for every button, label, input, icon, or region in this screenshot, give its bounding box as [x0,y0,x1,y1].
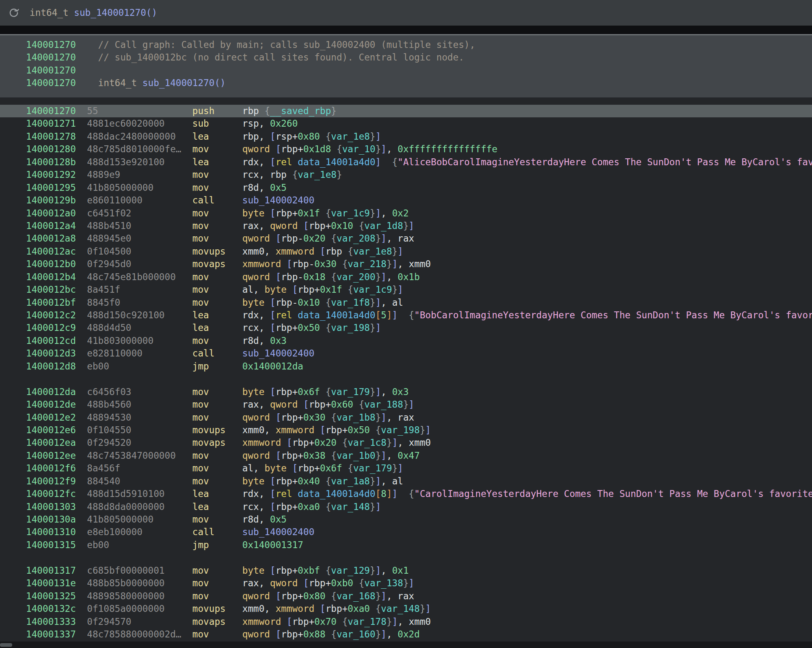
asm-row[interactable]: 1400012fc 488d15d5910100 lea rdx, [rel d… [0,488,812,500]
asm-row[interactable]: 1400012d3 e828110000 call sub_140002400 [0,347,812,360]
asm-row[interactable]: 1400012ac 0f104500 movups xmm0, xmmword … [0,245,812,258]
asm-row[interactable]: 1400012de 488b4560 mov rax, qword [rbp+0… [0,398,812,411]
horizontal-scrollbar[interactable] [0,643,12,647]
asm-row[interactable]: 140001271 4881ec60020000 sub rsp, 0x260 [0,117,812,130]
operand-token-br: ] [397,463,403,473]
operand-token-reg: rbp [292,437,309,448]
operand-token-txt: , [397,616,408,627]
operand-token-br: [ [270,501,276,512]
operand-token-var[interactable]: var_200 [337,272,376,282]
asm-row[interactable]: 140001270 55 push rbp {__saved_rbp} [0,105,812,117]
operand-token-var[interactable]: var_179 [331,387,370,397]
instruction-bytes: 41b805000000 [87,182,192,193]
operand-token-var[interactable]: var_138 [364,578,403,588]
operand-token-var[interactable]: var_1e8 [298,169,337,180]
operand-token-data[interactable]: data_14001a4d0 [298,157,375,167]
operand-token-var[interactable]: var_168 [337,591,376,601]
operand-token-var[interactable]: var_218 [348,259,387,269]
operand-token-var[interactable]: var_148 [381,603,420,614]
asm-row[interactable]: 1400012b0 0f2945d0 movaps xmmword [rbp-0… [0,258,812,270]
operand-token-reg: xmm0 [409,259,431,269]
asm-row[interactable]: 140001280 48c785d8010000fe… mov qword [r… [0,143,812,156]
asm-row[interactable]: 1400012a8 488945e0 mov qword [rbp-0x20 {… [0,232,812,245]
asm-row[interactable]: 1400012da c6456f03 mov byte [rbp+0x6f {v… [0,386,812,398]
operand-token-var[interactable]: var_1e8 [331,131,370,142]
asm-row[interactable]: 14000129b e860110000 call sub_140002400 [0,194,812,207]
instruction-operands: rcx, [rbp+0x50 {var_198}] [242,322,381,333]
asm-row[interactable]: 14000130a 41b805000000 mov r8d, 0x5 [0,513,812,526]
operand-token-var[interactable]: var_1e8 [353,246,392,257]
operand-token-txt [320,297,326,308]
asm-row[interactable]: 140001315 eb00 jmp 0x140001317 [0,539,812,551]
operand-token-func[interactable]: sub_140002400 [242,527,315,537]
operand-token-brace: } [387,437,392,448]
refresh-icon[interactable] [8,7,19,18]
operand-token-txt [298,578,303,588]
operand-token-var[interactable]: var_1b0 [337,450,376,461]
operand-token-txt [353,399,359,410]
asm-row[interactable]: 1400012bc 8a451f mov al, byte [rbp+0x1f … [0,283,812,296]
instruction-address: 1400012bc [26,284,87,295]
operand-token-brace: } [392,246,398,257]
operand-token-var[interactable]: var_198 [331,322,370,333]
operand-token-var[interactable]: var_160 [337,629,376,639]
function-name[interactable]: sub_140001270() [74,7,157,18]
asm-row[interactable]: 140001278 488dac2480000000 lea rbp, [rsp… [0,130,812,143]
asm-row[interactable]: 1400012ee 48c7453847000000 mov qword [rb… [0,449,812,462]
operand-token-var[interactable]: var_208 [337,233,376,244]
operand-token-data[interactable]: data_14001a4d0 [298,488,375,499]
operand-token-var[interactable]: var_1b8 [337,412,376,423]
asm-row[interactable]: 1400012cd 41b803000000 mov r8d, 0x3 [0,335,812,347]
asm-row[interactable]: 1400012e2 48894530 mov qword [rbp+0x30 {… [0,411,812,424]
asm-row[interactable]: 14000131e 488b85b0000000 mov rax, qword … [0,577,812,590]
operand-token-data[interactable]: data_14001a4d0 [298,310,375,320]
asm-row[interactable]: 1400012e6 0f104550 movups xmm0, xmmword … [0,424,812,436]
operand-token-func[interactable]: sub_140002400 [242,195,315,205]
asm-row[interactable]: 1400012b4 48c745e81b000000 mov qword [rb… [0,271,812,283]
operand-token-var[interactable]: var_1c8 [348,437,387,448]
asm-row[interactable]: 140001310 e8eb100000 call sub_140002400 [0,526,812,538]
asm-row[interactable]: 14000128b 488d153e920100 lea rdx, [rel d… [0,156,812,168]
asm-row[interactable]: 140001333 0f294570 movaps xmmword [rbp+0… [0,616,812,628]
asm-row[interactable]: 1400012a0 c6451f02 mov byte [rbp+0x1f {v… [0,207,812,220]
asm-row[interactable]: 140001325 48898580000000 mov qword [rbp+… [0,590,812,603]
operand-token-var[interactable]: var_148 [331,501,370,512]
operand-token-var[interactable]: var_1c9 [331,208,370,218]
operand-token-var[interactable]: var_179 [353,463,392,473]
asm-row[interactable]: 1400012f6 8a456f mov al, byte [rbp+0x6f … [0,462,812,475]
operand-token-reg: rcx [242,322,259,333]
asm-row[interactable]: 1400012c9 488d4d50 lea rcx, [rbp+0x50 {v… [0,322,812,334]
operand-token-txt: , [397,259,408,269]
asm-row[interactable]: 140001317 c685bf00000001 mov byte [rbp+0… [0,564,812,577]
operand-token-var[interactable]: var_178 [348,616,387,627]
operand-token-var[interactable]: var_198 [381,425,420,435]
asm-row[interactable]: 140001295 41b805000000 mov r8d, 0x5 [0,181,812,194]
asm-row[interactable]: 140001337 48c785880000002d… mov qword [r… [0,628,812,641]
operand-token-brace: } [376,450,381,461]
operand-token-txt [326,591,331,601]
operand-token-var[interactable]: var_1f8 [331,297,370,308]
asm-row[interactable]: 1400012c2 488d150c920100 lea rdx, [rel d… [0,309,812,322]
asm-row[interactable]: 1400012f9 884540 mov byte [rbp+0x40 {var… [0,475,812,488]
instruction-operands: qword [rbp+0x30 {var_1b8}], rax [242,412,415,423]
asm-row[interactable]: 1400012ea 0f294520 movaps xmmword [rbp+0… [0,436,812,449]
operand-token-func[interactable]: sub_140002400 [242,348,315,359]
asm-row[interactable]: 1400012bf 8845f0 mov byte [rbp-0x10 {var… [0,296,812,309]
asm-row[interactable]: 1400012d8 eb00 jmp 0x1400012da [0,360,812,373]
function-name[interactable]: sub_140001270() [143,78,226,88]
asm-row[interactable]: 1400012a4 488b4510 mov rax, qword [rbp+0… [0,220,812,232]
operand-token-var[interactable]: var_129 [331,565,370,576]
operand-token-var[interactable]: var_10 [342,144,376,154]
operand-token-var[interactable]: var_1a8 [331,476,370,486]
instruction-operands: sub_140002400 [242,527,315,537]
operand-token-var[interactable]: var_188 [364,399,403,410]
operand-token-var[interactable]: var_1c9 [353,284,392,295]
asm-row[interactable]: 140001303 488d8da0000000 lea rcx, [rbp+0… [0,501,812,513]
instruction-bytes: 884540 [87,476,192,486]
operand-token-var[interactable]: __saved_rbp [270,106,331,116]
operand-token-kw: byte [242,297,265,308]
asm-row[interactable]: 14000132c 0f1085a0000000 movups xmm0, xm… [0,603,812,615]
operand-token-var[interactable]: var_1d8 [364,220,403,231]
instruction-mnemonic: movups [192,246,242,257]
asm-row[interactable]: 140001292 4889e9 mov rcx, rbp {var_1e8} [0,168,812,181]
